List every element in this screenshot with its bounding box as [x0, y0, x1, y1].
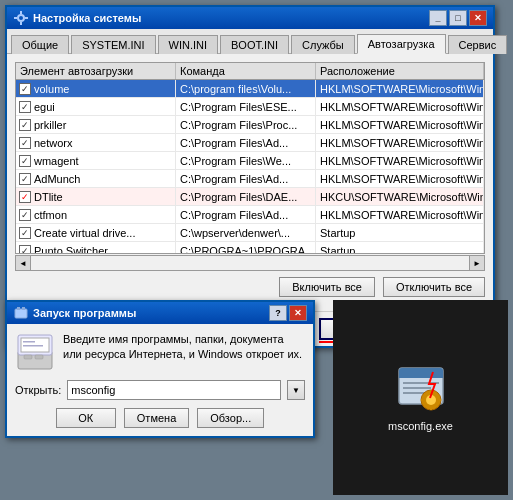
run-ok-button[interactable]: ОК	[56, 408, 116, 428]
run-top: Введите имя программы, папки, документа …	[15, 332, 305, 372]
row-checkbox[interactable]	[19, 227, 31, 239]
title-bar-controls: _ □ ✕	[429, 10, 487, 26]
msconfig-exe-icon	[395, 364, 447, 416]
exe-filename-label: msconfig.exe	[388, 420, 453, 432]
row-location-cell: HKLM\SOFTWARE\Microsoft\Windows\CurrentV…	[316, 170, 484, 187]
row-checkbox[interactable]	[19, 101, 31, 113]
table-row[interactable]: DTlite C:\Program Files\DAE... HKCU\SOFT…	[16, 188, 484, 206]
svg-rect-5	[15, 309, 27, 318]
row-location-cell: HKLM\SOFTWARE\Microsoft\Windows\CurrentV…	[316, 134, 484, 151]
svg-rect-24	[430, 405, 432, 410]
svg-point-0	[18, 15, 24, 21]
svg-rect-7	[22, 307, 25, 310]
close-button[interactable]: ✕	[469, 10, 487, 26]
row-location-cell: HKLM\SOFTWARE\Microsoft\Windows\CurrentV…	[316, 98, 484, 115]
table-row[interactable]: ctfmon C:\Program Files\Ad... HKLM\SOFTW…	[16, 206, 484, 224]
table-row[interactable]: prkiller C:\Program Files\Proc... HKLM\S…	[16, 116, 484, 134]
svg-rect-12	[35, 355, 43, 359]
table-row[interactable]: egui C:\Program Files\ESE... HKLM\SOFTWA…	[16, 98, 484, 116]
svg-rect-6	[17, 307, 20, 310]
row-name-cell: AdMunch	[16, 170, 176, 187]
row-location-cell: HKCU\SOFTWARE\Microsoft\Windows\CurrentV…	[316, 188, 484, 205]
table-row[interactable]: Create virtual drive... C:\wpserver\denw…	[16, 224, 484, 242]
row-name-cell: DTlite	[16, 188, 176, 205]
title-bar-left: Настройка системы	[13, 10, 141, 26]
row-checkbox[interactable]	[19, 119, 31, 131]
row-cmd-cell: C:\Program Files\DAE...	[176, 188, 316, 205]
scroll-track[interactable]	[31, 255, 469, 271]
row-location-cell: Startup	[316, 224, 484, 241]
gear-icon	[13, 10, 29, 26]
minimize-button[interactable]: _	[429, 10, 447, 26]
run-help-button[interactable]: ?	[269, 305, 287, 321]
scroll-left-button[interactable]: ◄	[15, 255, 31, 271]
svg-rect-26	[436, 399, 441, 401]
col-header-cmd: Команда	[176, 63, 316, 79]
table-row[interactable]: AdMunch C:\Program Files\Ad... HKLM\SOFT…	[16, 170, 484, 188]
table-row[interactable]: Punto Switcher C:\PROGRA~1\PROGRA... Sta…	[16, 242, 484, 254]
row-location-cell: HKLM\SOFTWARE\Microsoft\Windows\CurrentV…	[316, 152, 484, 169]
row-cmd-cell: C:\Program Files\We...	[176, 152, 316, 169]
run-dialog-title: Запуск программы	[33, 307, 136, 319]
row-cmd-cell: C:\Program Files\Proc...	[176, 116, 316, 133]
row-name-cell: networx	[16, 134, 176, 151]
dark-content: msconfig.exe	[333, 300, 508, 495]
main-window: Настройка системы _ □ ✕ Общие SYSTEM.INI…	[5, 5, 495, 348]
table-header: Элемент автозагрузки Команда Расположени…	[15, 62, 485, 79]
maximize-button[interactable]: □	[449, 10, 467, 26]
table-row[interactable]: wmagent C:\Program Files\We... HKLM\SOFT…	[16, 152, 484, 170]
tab-general[interactable]: Общие	[11, 35, 69, 54]
run-description: Введите имя программы, папки, документа …	[63, 332, 305, 372]
row-checkbox[interactable]	[19, 191, 31, 203]
svg-rect-13	[23, 341, 35, 343]
table-row[interactable]: volume C:\program files\Volu... HKLM\SOF…	[16, 80, 484, 98]
col-header-name: Элемент автозагрузки	[16, 63, 176, 79]
action-buttons: Включить все Отключить все	[15, 277, 485, 297]
scroll-right-button[interactable]: ►	[469, 255, 485, 271]
svg-rect-17	[399, 374, 443, 378]
run-dropdown-button[interactable]: ▼	[287, 380, 305, 400]
startup-table[interactable]: volume C:\program files\Volu... HKLM\SOF…	[15, 79, 485, 254]
tab-services[interactable]: Службы	[291, 35, 355, 54]
row-checkbox[interactable]	[19, 83, 31, 95]
tab-startup[interactable]: Автозагрузка	[357, 34, 446, 54]
horizontal-scrollbar[interactable]: ◄ ►	[15, 255, 485, 271]
tab-boot-ini[interactable]: BOOT.INI	[220, 35, 289, 54]
row-location-cell: Startup	[316, 242, 484, 254]
row-name-cell: volume	[16, 80, 176, 97]
row-checkbox[interactable]	[19, 245, 31, 255]
row-cmd-cell: C:\wpserver\denwer\...	[176, 224, 316, 241]
row-cmd-cell: C:\PROGRA~1\PROGRA...	[176, 242, 316, 254]
row-name-cell: egui	[16, 98, 176, 115]
svg-rect-11	[24, 355, 32, 359]
run-program-icon	[15, 332, 55, 372]
svg-rect-19	[403, 387, 431, 389]
run-close-button[interactable]: ✕	[289, 305, 307, 321]
row-checkbox[interactable]	[19, 209, 31, 221]
svg-rect-4	[25, 17, 28, 19]
row-checkbox[interactable]	[19, 137, 31, 149]
run-title-controls: ? ✕	[269, 305, 307, 321]
run-dialog: Запуск программы ? ✕ Введите имя прог	[5, 300, 315, 438]
row-checkbox[interactable]	[19, 155, 31, 167]
tab-system-ini[interactable]: SYSTEM.INI	[71, 35, 155, 54]
startup-tab-content: Элемент автозагрузки Команда Расположени…	[7, 54, 493, 311]
run-buttons: ОК Отмена Обзор...	[15, 408, 305, 428]
tabs-container: Общие SYSTEM.INI WIN.INI BOOT.INI Службы…	[7, 29, 493, 54]
tab-win-ini[interactable]: WIN.INI	[158, 35, 219, 54]
execute-icon	[16, 333, 54, 371]
row-cmd-cell: C:\Program Files\Ad...	[176, 134, 316, 151]
table-row[interactable]: networx C:\Program Files\Ad... HKLM\SOFT…	[16, 134, 484, 152]
run-input-field[interactable]	[67, 380, 281, 400]
svg-rect-14	[23, 345, 43, 347]
row-checkbox[interactable]	[19, 173, 31, 185]
enable-all-button[interactable]: Включить все	[279, 277, 375, 297]
disable-all-button[interactable]: Отключить все	[383, 277, 485, 297]
svg-rect-3	[14, 17, 17, 19]
tab-service[interactable]: Сервис	[448, 35, 508, 54]
main-window-title: Настройка системы	[33, 12, 141, 24]
run-open-label: Открыть:	[15, 384, 61, 396]
run-browse-button[interactable]: Обзор...	[197, 408, 264, 428]
run-cancel-button[interactable]: Отмена	[124, 408, 189, 428]
row-location-cell: HKLM\SOFTWARE\Microsoft\Windows\CurrentV…	[316, 206, 484, 223]
